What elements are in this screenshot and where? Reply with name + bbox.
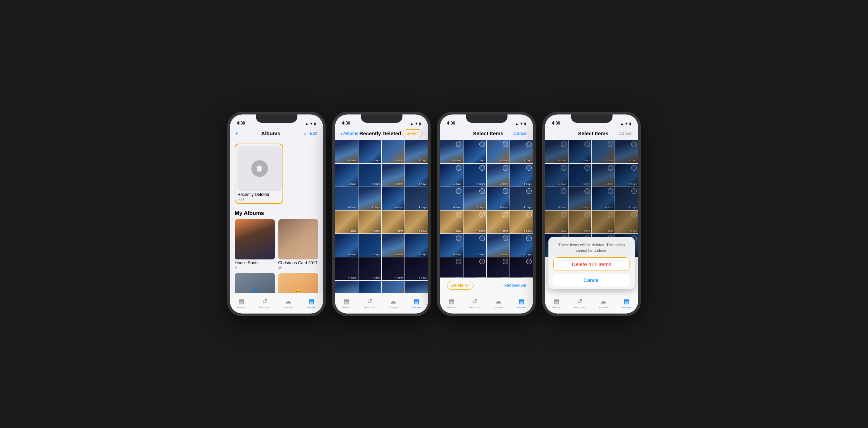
tab-albums-3[interactable]: ▤ Albums	[510, 298, 533, 309]
photo-cell[interactable]: 4 days	[615, 187, 638, 210]
tab-photos-2[interactable]: ▦ Photos	[335, 298, 358, 309]
photo-cell[interactable]: 4 days	[592, 140, 615, 163]
photo-cell[interactable]: 4 days	[405, 281, 428, 293]
photo-cell[interactable]: 4 days	[487, 164, 510, 187]
delete-411-button[interactable]: Delete 411 Items	[553, 257, 630, 271]
photo-cell[interactable]: 4 days	[463, 140, 486, 163]
tab-albums-4[interactable]: ▤ Albums	[615, 298, 638, 309]
tab-shared[interactable]: ☁ Shared	[277, 298, 300, 309]
recover-all-button[interactable]: Recover All	[503, 283, 526, 288]
photo-cell[interactable]: 4 days	[510, 257, 533, 277]
photo-cell[interactable]: 4 days	[335, 257, 358, 280]
tab-photos[interactable]: ▦ Photos	[230, 298, 253, 309]
photo-cell[interactable]: 4 days	[440, 187, 463, 210]
photo-cell[interactable]: 4 days	[405, 211, 428, 233]
photo-cell[interactable]: 4 days	[382, 187, 405, 210]
tab-albums[interactable]: ▤ Albums	[300, 298, 323, 309]
photo-cell[interactable]: 4 days	[335, 164, 358, 187]
cancel-button-4[interactable]: Cancel	[619, 131, 633, 136]
photo-cell[interactable]: 4 days	[440, 211, 463, 233]
photo-cell[interactable]: 4 days	[487, 234, 510, 257]
photo-cell[interactable]: 4 days	[510, 164, 533, 187]
album-baby[interactable]: 😊	[278, 273, 319, 293]
photo-cell[interactable]: 4 days	[405, 257, 428, 280]
photo-cell[interactable]: 4 days	[440, 234, 463, 257]
delete-all-button[interactable]: Delete All	[447, 281, 474, 290]
photo-cell[interactable]: 4 days	[358, 234, 381, 257]
tab-photos-4[interactable]: ▦ Photos	[545, 298, 568, 309]
tab-memories-4[interactable]: ↺ Memories	[568, 298, 591, 309]
photo-cell[interactable]: 4 days	[615, 164, 638, 187]
tab-memories[interactable]: ↺ Memories	[253, 298, 276, 309]
photo-cell[interactable]: 4 days	[335, 234, 358, 257]
photo-cell[interactable]: 4 days	[545, 187, 568, 210]
add-button[interactable]: +	[235, 131, 238, 136]
photo-cell[interactable]: 4 days	[382, 211, 405, 233]
photo-cell[interactable]: 4 days	[487, 257, 510, 277]
edit-button[interactable]: Edit	[310, 131, 318, 136]
recently-deleted-album[interactable]: 🗑 Recently Deleted 380	[235, 144, 283, 204]
photo-cell[interactable]: 4 days	[510, 234, 533, 257]
album-selfies[interactable]: 👤	[235, 273, 275, 293]
photo-cell[interactable]: 4 days	[358, 257, 381, 280]
photo-cell[interactable]: 4 days	[358, 187, 381, 210]
photo-cell[interactable]: 4 days	[382, 257, 405, 280]
tab-memories-3[interactable]: ↺ Memories	[463, 298, 486, 309]
photo-cell[interactable]: 4 days	[463, 257, 486, 277]
photo-cell[interactable]: 4 days	[440, 164, 463, 187]
photo-cell[interactable]: 4 days	[545, 140, 568, 163]
photo-cell[interactable]: 4 days	[545, 211, 568, 233]
photo-cell[interactable]: 4 days	[568, 187, 591, 210]
photo-cell[interactable]: 4 days	[382, 281, 405, 293]
search-button[interactable]: ⌕	[304, 131, 306, 136]
photo-cell[interactable]: 4 days	[568, 140, 591, 163]
photo-cell[interactable]: 4 days	[510, 211, 533, 233]
tab-photos-3[interactable]: ▦ Photos	[440, 298, 463, 309]
album-christmas-card[interactable]: Christmas Card 2017 16	[278, 219, 319, 269]
alert-cancel-button[interactable]: Cancel	[553, 274, 630, 286]
photo-cell[interactable]: 4 days	[405, 164, 428, 187]
photo-cell[interactable]: 4 days	[463, 164, 486, 187]
photo-cell[interactable]: 4 days	[358, 211, 381, 233]
back-button-2[interactable]: Albums	[340, 130, 358, 137]
photo-cell[interactable]: 4 days	[615, 140, 638, 163]
tab-shared-2[interactable]: ☁ Shared	[382, 298, 405, 309]
photo-cell[interactable]: 4 days	[358, 164, 381, 187]
photo-cell[interactable]: 4 days	[545, 164, 568, 187]
select-button[interactable]: Select	[402, 129, 423, 137]
cancel-button-3[interactable]: Cancel	[514, 131, 528, 136]
photo-cell[interactable]: 4 days	[615, 211, 638, 233]
photo-cell[interactable]: 4 days	[382, 140, 405, 163]
photo-cell[interactable]: 4 days	[568, 211, 591, 233]
photo-cell[interactable]: 4 days	[358, 140, 381, 163]
photo-cell[interactable]: 4 days	[335, 187, 358, 210]
photo-cell[interactable]: 4 days	[487, 187, 510, 210]
photo-cell[interactable]: 4 days	[487, 140, 510, 163]
photo-cell[interactable]: 4 days	[463, 211, 486, 233]
photo-cell[interactable]: 4 days	[510, 187, 533, 210]
photo-cell[interactable]: 4 days	[382, 234, 405, 257]
photo-cell[interactable]: 4 days	[440, 257, 463, 277]
tab-shared-3[interactable]: ☁ Shared	[487, 298, 510, 309]
photo-cell[interactable]: 4 days	[592, 164, 615, 187]
photo-cell[interactable]: 4 days	[440, 140, 463, 163]
tab-shared-4[interactable]: ☁ Shared	[592, 298, 615, 309]
photo-cell[interactable]: 4 days	[335, 140, 358, 163]
photo-cell[interactable]: 4 days	[463, 234, 486, 257]
album-house-shots[interactable]: House Shots 8	[235, 219, 275, 269]
photo-cell[interactable]: 4 days	[405, 140, 428, 163]
photo-cell[interactable]: 4 days	[335, 211, 358, 233]
photo-cell[interactable]: 4 days	[405, 187, 428, 210]
photo-cell[interactable]: 4 days	[568, 164, 591, 187]
photo-cell[interactable]: 4 days	[487, 211, 510, 233]
photo-cell[interactable]: 4 days	[358, 281, 381, 293]
photo-cell[interactable]: 4 days	[463, 187, 486, 210]
photo-cell[interactable]: 4 days	[382, 164, 405, 187]
tab-albums-2[interactable]: ▤ Albums	[405, 298, 428, 309]
photo-cell[interactable]: 4 days	[405, 234, 428, 257]
photo-cell[interactable]: 4 days	[592, 187, 615, 210]
tab-memories-2[interactable]: ↺ Memories	[358, 298, 381, 309]
photo-cell[interactable]: 4 days	[510, 140, 533, 163]
photo-cell[interactable]: 4 days	[335, 281, 358, 293]
photo-cell[interactable]: 4 days	[592, 211, 615, 233]
